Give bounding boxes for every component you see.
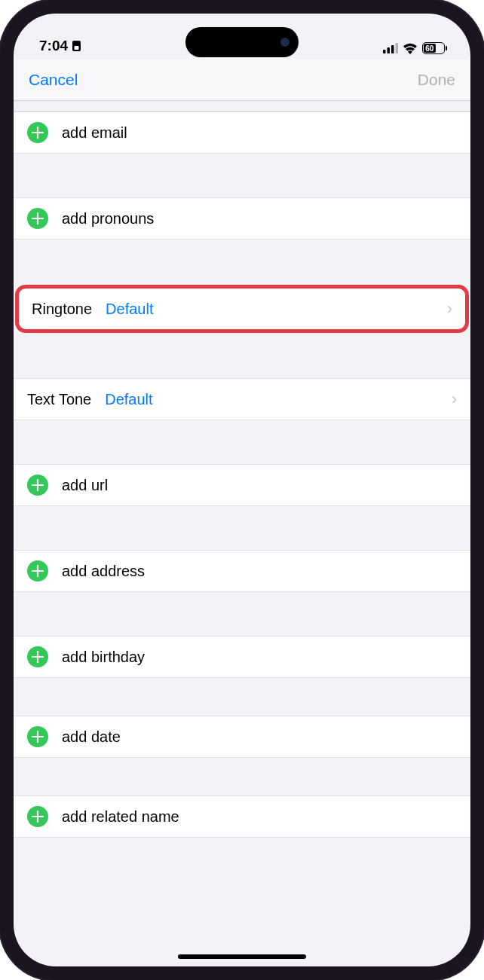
- contact-edit-form[interactable]: add email add pronouns Ringtone Default …: [14, 101, 470, 838]
- home-indicator[interactable]: [178, 954, 306, 959]
- add-birthday-row[interactable]: add birthday: [14, 636, 470, 678]
- done-button[interactable]: Done: [418, 71, 455, 89]
- navigation-bar: Cancel Done: [14, 59, 470, 101]
- battery-level: 60: [424, 44, 436, 53]
- add-birthday-label: add birthday: [62, 649, 145, 666]
- add-pronouns-row[interactable]: add pronouns: [14, 197, 470, 240]
- plus-icon: [27, 560, 48, 582]
- text-tone-key: Text Tone: [27, 391, 91, 408]
- sim-card-icon: [72, 41, 81, 51]
- plus-icon: [27, 806, 48, 827]
- chevron-right-icon: ›: [452, 389, 457, 409]
- plus-icon: [27, 646, 48, 667]
- ringtone-key: Ringtone: [32, 301, 92, 318]
- add-related-name-label: add related name: [62, 808, 179, 826]
- add-email-label: add email: [62, 124, 127, 142]
- dynamic-island: [185, 27, 299, 57]
- iphone-frame: 7:04 60 Cancel Done add ema: [0, 0, 484, 980]
- plus-icon: [27, 726, 48, 747]
- add-date-label: add date: [62, 728, 121, 746]
- add-related-name-row[interactable]: add related name: [14, 795, 470, 838]
- svg-rect-2: [383, 50, 386, 53]
- cellular-signal-icon: [383, 43, 398, 53]
- wifi-icon: [403, 43, 418, 54]
- add-date-row[interactable]: add date: [14, 716, 470, 758]
- svg-rect-5: [396, 43, 399, 53]
- svg-rect-3: [388, 47, 391, 53]
- text-tone-value: Default: [105, 391, 451, 408]
- ringtone-row[interactable]: Ringtone Default ›: [18, 288, 466, 330]
- add-pronouns-label: add pronouns: [62, 210, 154, 227]
- plus-icon: [27, 475, 48, 496]
- add-address-row[interactable]: add address: [14, 550, 470, 592]
- add-address-label: add address: [62, 563, 145, 580]
- svg-rect-4: [391, 45, 394, 53]
- front-camera-icon: [280, 38, 289, 47]
- add-url-label: add url: [62, 477, 108, 494]
- plus-icon: [27, 208, 48, 229]
- battery-icon: 60: [422, 42, 445, 54]
- svg-rect-1: [75, 46, 79, 50]
- add-email-row[interactable]: add email: [14, 111, 470, 154]
- ringtone-value: Default: [106, 301, 447, 318]
- ringtone-highlight: Ringtone Default ›: [18, 288, 466, 330]
- plus-icon: [27, 122, 48, 143]
- screen: 7:04 60 Cancel Done add ema: [14, 14, 470, 966]
- text-tone-row[interactable]: Text Tone Default ›: [14, 378, 470, 420]
- status-time: 7:04: [39, 38, 68, 54]
- chevron-right-icon: ›: [447, 299, 452, 319]
- cancel-button[interactable]: Cancel: [29, 71, 78, 89]
- add-url-row[interactable]: add url: [14, 464, 470, 506]
